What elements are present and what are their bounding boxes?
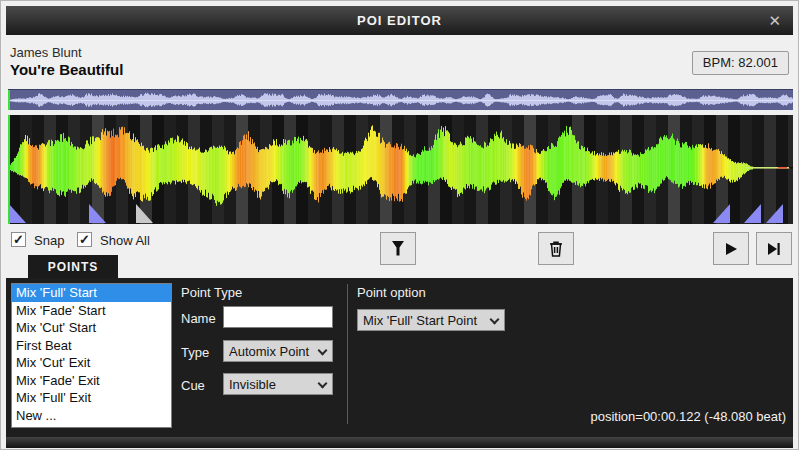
tab-points[interactable]: POINTS — [28, 255, 118, 279]
close-icon[interactable]: ✕ — [768, 12, 781, 30]
show-all-checkbox[interactable]: ✓ — [77, 232, 92, 247]
poi-list-item[interactable]: Mix 'Cut' Exit — [12, 354, 171, 372]
cue-dropdown[interactable]: Invisible — [223, 373, 333, 395]
poi-list-item[interactable]: Mix 'Full' Start — [12, 284, 171, 302]
main-waveform[interactable] — [8, 115, 793, 224]
name-input[interactable] — [223, 306, 333, 328]
cue-marker[interactable] — [744, 204, 761, 223]
trash-icon — [546, 239, 566, 259]
poi-list-item[interactable]: Mix 'Fade' Start — [12, 302, 171, 320]
track-title: You're Beautiful — [10, 61, 123, 78]
cue-marker[interactable] — [89, 204, 106, 223]
track-artist: James Blunt — [10, 45, 82, 60]
cue-dropdown-value: Invisible — [229, 377, 276, 392]
play-icon — [721, 239, 741, 259]
section-divider — [347, 284, 348, 424]
poi-list-item[interactable]: Mix 'Full' Exit — [12, 389, 171, 407]
type-label: Type — [181, 345, 209, 360]
poi-list-item[interactable]: Mix 'Fade' Exit — [12, 372, 171, 390]
skip-end-icon — [764, 239, 784, 259]
poi-list[interactable]: Mix 'Full' StartMix 'Fade' StartMix 'Cut… — [11, 283, 172, 428]
cue-marker[interactable] — [766, 204, 783, 223]
type-dropdown[interactable]: Automix Point — [223, 340, 333, 362]
point-option-dropdown-value: Mix 'Full' Start Point — [363, 313, 477, 328]
name-label: Name — [181, 311, 216, 326]
poi-editor-window: POI EDITOR ✕ James Blunt You're Beautifu… — [0, 0, 799, 450]
show-all-label: Show All — [100, 233, 150, 248]
type-dropdown-value: Automix Point — [229, 344, 309, 359]
play-button[interactable] — [713, 232, 749, 265]
point-option-dropdown[interactable]: Mix 'Full' Start Point — [357, 309, 505, 331]
cue-marker-layer — [8, 204, 793, 224]
poi-list-item[interactable]: New ... — [12, 407, 171, 425]
delete-point-button[interactable] — [538, 232, 574, 265]
poi-list-item[interactable]: First Beat — [12, 337, 171, 355]
point-option-section-label: Point option — [357, 285, 426, 300]
filter-funnel-icon — [388, 239, 408, 259]
window-title: POI EDITOR — [357, 13, 442, 28]
cue-marker[interactable] — [713, 204, 730, 223]
chevron-down-icon — [318, 346, 328, 356]
cue-marker[interactable] — [136, 204, 153, 223]
bpm-badge[interactable]: BPM: 82.001 — [692, 51, 789, 75]
overview-playhead — [8, 90, 10, 110]
filter-points-button[interactable] — [380, 232, 416, 265]
overview-waveform[interactable] — [8, 89, 793, 110]
point-type-section-label: Point Type — [181, 285, 242, 300]
cue-marker[interactable] — [9, 204, 26, 223]
overview-waveform-canvas — [8, 90, 793, 110]
poi-list-item[interactable]: Mix 'Cut' Start — [12, 319, 171, 337]
points-panel: Mix 'Full' StartMix 'Fade' StartMix 'Cut… — [6, 278, 793, 437]
checkmark-icon: ✓ — [13, 232, 24, 247]
chevron-down-icon — [318, 379, 328, 389]
title-bar: POI EDITOR ✕ — [6, 6, 793, 35]
cue-label: Cue — [181, 378, 205, 393]
skip-to-end-button[interactable] — [756, 232, 792, 265]
snap-checkbox[interactable]: ✓ — [11, 232, 26, 247]
bottom-bar — [6, 437, 793, 448]
tab-points-label: POINTS — [48, 260, 99, 274]
snap-label: Snap — [34, 233, 64, 248]
position-status: position=00:00.122 (-48.080 beat) — [590, 409, 786, 424]
checkmark-icon: ✓ — [79, 232, 90, 247]
chevron-down-icon — [490, 315, 500, 325]
